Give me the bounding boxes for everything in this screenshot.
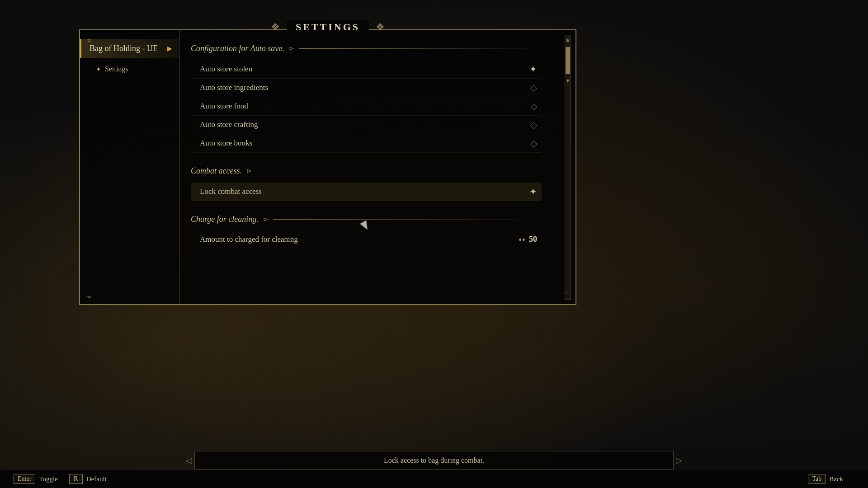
setting-row-auto-store-stolen[interactable]: Auto store stolen ✦ [191,60,542,79]
section-icon-autosave: ⊳ [289,45,294,52]
hint-deco-left: ◁ [186,455,192,465]
sidebar-subitem-label: Settings [105,65,128,73]
bottom-controls: Enter Toggle R Default Tab Back [0,470,868,488]
hint-text: Lock access to bag during combat. [384,456,484,465]
section-header-charge: Charge for cleaning. ⊳ [191,215,542,224]
sidebar-arrow-icon: ▶ [167,45,172,52]
toggle-icon-lock-combat: ✦ [529,186,537,197]
toggle-icon-auto-store-food: ◇ [530,101,537,112]
label-default: Default [86,475,107,483]
control-group-tab: Tab Back [808,474,843,484]
setting-row-auto-store-books[interactable]: Auto store books ◇ [191,134,542,153]
setting-label-auto-store-food: Auto store food [200,102,248,111]
key-enter: Enter [14,474,35,484]
control-group-enter: Enter Toggle [14,474,58,484]
control-group-r: R Default [69,474,107,484]
spacer-2 [191,201,542,210]
label-back: Back [829,475,843,483]
sidebar: Bag of Holding - UE ▶ ✦ Settings [80,30,179,304]
setting-label-auto-store-ingredients: Auto store ingredients [200,83,268,92]
section-title-autosave: Configuration for Auto save. [191,44,284,53]
value-display-amount: ⬧⬧ 50 [518,235,537,244]
hint-deco-right: ▷ [676,455,682,465]
section-title-charge: Charge for cleaning. [191,215,259,224]
title-deco-left: ❖ [271,21,280,33]
section-header-autosave: Configuration for Auto save. ⊳ [191,44,542,53]
title-bar: ❖ SETTINGS ❖ [271,20,385,34]
toggle-icon-auto-store-stolen: ✦ [529,64,537,75]
hint-bar: ◁ Lock access to bag during combat. ▷ [194,451,674,470]
setting-label-amount-cleaning: Amount to charged for cleaning [200,235,298,244]
setting-row-auto-store-crafting[interactable]: Auto store crafting ◇ [191,116,542,134]
setting-row-auto-store-food[interactable]: Auto store food ◇ [191,97,542,116]
sidebar-item-label: Bag of Holding - UE [90,44,158,53]
setting-row-auto-store-ingredients[interactable]: Auto store ingredients ◇ [191,79,542,97]
spacer-1 [191,153,542,162]
setting-label-auto-store-stolen: Auto store stolen [200,65,252,74]
section-line-combat [256,171,542,171]
value-text-amount: 50 [529,235,537,244]
sidebar-item-bag[interactable]: Bag of Holding - UE ▶ [80,39,179,58]
dialog-frame: ⌅ ⌆ ⌄ ⌃ ❖ SETTINGS ❖ Bag of Holding - UE… [79,29,576,305]
value-icon-amount: ⬧⬧ [518,236,525,243]
sidebar-subitem-settings[interactable]: ✦ Settings [80,61,179,77]
title-deco-right: ❖ [376,21,385,33]
section-icon-charge: ⊳ [263,216,269,223]
section-line-autosave [299,48,542,49]
settings-gear-icon: ✦ [96,66,101,73]
setting-label-auto-store-crafting: Auto store crafting [200,120,258,129]
scrollbar-arrow-down[interactable]: ▼ [565,76,571,86]
key-tab: Tab [808,474,826,484]
section-header-combat: Combat access. ⊳ [191,166,542,176]
setting-row-lock-combat[interactable]: Lock combat access ✦ [191,183,542,201]
toggle-icon-auto-store-ingredients: ◇ [530,82,537,93]
scrollbar-arrow-up[interactable]: ▲ [565,35,571,45]
toggle-icon-auto-store-books: ◇ [530,138,537,149]
key-r: R [69,474,83,484]
page-title: SETTINGS [287,20,369,34]
setting-label-lock-combat: Lock combat access [200,187,262,196]
content-area: Configuration for Auto save. ⊳ Auto stor… [179,30,553,304]
setting-row-amount-cleaning[interactable]: Amount to charged for cleaning ⬧⬧ 50 [191,231,542,248]
section-title-combat: Combat access. [191,166,242,176]
scrollbar-thumb[interactable] [566,47,570,74]
label-toggle: Toggle [39,475,57,483]
section-line-charge [273,219,542,220]
scrollbar-track[interactable]: ▲ ▼ [565,35,571,300]
toggle-icon-auto-store-crafting: ◇ [530,119,537,130]
section-icon-combat: ⊳ [246,167,252,175]
setting-label-auto-store-books: Auto store books [200,139,252,148]
